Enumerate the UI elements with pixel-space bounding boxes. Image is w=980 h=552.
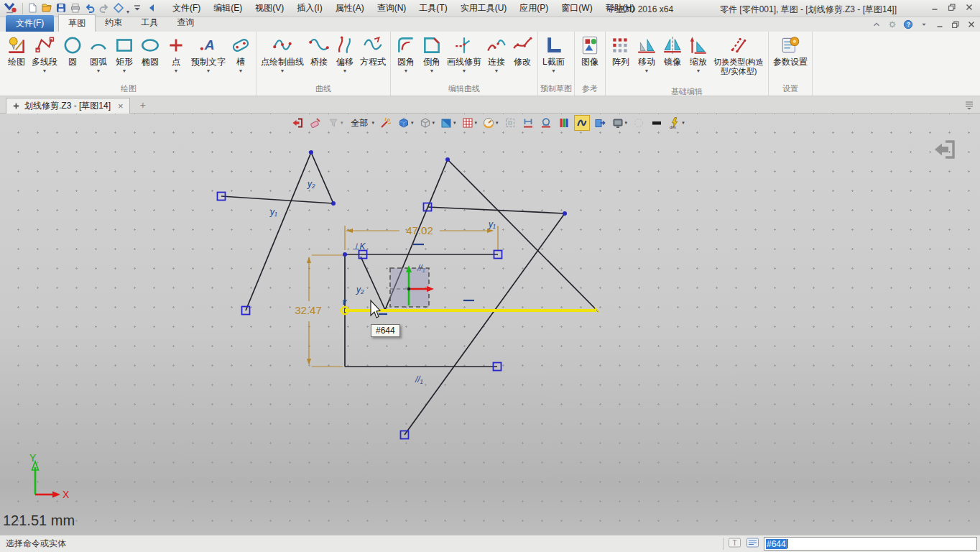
slot-dropdown-icon[interactable]: ▼ xyxy=(239,68,244,75)
move-button[interactable]: 移动▼ xyxy=(634,33,660,86)
scale-dropdown-icon[interactable]: ▼ xyxy=(696,68,701,75)
exit-sketch-icon[interactable] xyxy=(931,137,957,162)
arc-button[interactable]: 圆弧▼ xyxy=(85,33,111,83)
open-file-icon[interactable] xyxy=(40,1,54,15)
pattern-button[interactable]: 阵列 xyxy=(608,33,634,86)
new-tab-button[interactable]: + xyxy=(140,99,146,111)
menu-tools[interactable]: 工具(T) xyxy=(412,0,453,17)
save-file-icon[interactable] xyxy=(54,1,68,15)
doc-restore-button[interactable] xyxy=(950,19,961,30)
ready-text-button[interactable]: A预制文字▼ xyxy=(189,33,228,83)
arc-dropdown-icon[interactable]: ▼ xyxy=(96,68,101,75)
close-tab-icon[interactable]: × xyxy=(115,101,124,111)
tab-sketch[interactable]: 草图 xyxy=(58,14,96,32)
endpoint-dot-marker[interactable] xyxy=(563,211,567,216)
help-dropdown-icon[interactable] xyxy=(918,19,930,30)
customize-toolbar-icon[interactable] xyxy=(130,1,144,15)
trim-by-line-dropdown-icon[interactable]: ▼ xyxy=(462,68,467,75)
modify-button[interactable]: 修改 xyxy=(509,33,535,83)
tab-list-icon[interactable] xyxy=(964,100,974,112)
endpoint-dot-marker[interactable] xyxy=(309,150,313,155)
help-icon[interactable]: ? xyxy=(902,19,914,30)
dimension-value[interactable]: 32.47 xyxy=(295,304,322,316)
sketch-line[interactable] xyxy=(361,257,385,310)
tab-inquire[interactable]: 查询 xyxy=(167,14,203,32)
minimize-button[interactable] xyxy=(930,2,941,14)
endpoint-dot-marker[interactable] xyxy=(331,201,336,206)
sketch-canvas[interactable]: ▾全部▾▾▾▾▾▾▾dim▾ 47.0232.47⊥Ky₂y₁y₂y₁//₁//… xyxy=(0,114,980,535)
l-section-dropdown-icon[interactable]: ▼ xyxy=(551,68,556,75)
chamfer-dropdown-icon[interactable]: ▼ xyxy=(430,68,435,75)
ellipse-button[interactable]: 椭圆 xyxy=(137,33,163,83)
toggle-type-button[interactable]: 切换类型(构造型/实体型) xyxy=(711,33,766,86)
rectangle-button[interactable]: 矩形▼ xyxy=(111,33,137,83)
connect-button[interactable]: 连接▼ xyxy=(484,33,509,83)
text-input-toggle-icon[interactable]: T xyxy=(728,537,741,551)
sketch-line[interactable] xyxy=(221,196,333,203)
redo-icon[interactable] xyxy=(97,1,111,15)
endpoint-dot-marker[interactable] xyxy=(343,252,347,257)
tab-file[interactable]: 文件(F) xyxy=(6,15,54,32)
offset-button[interactable]: 偏移▼ xyxy=(332,33,358,83)
menu-edit[interactable]: 编辑(E) xyxy=(207,0,249,17)
point-curve-button[interactable]: 点绘制曲线▼ xyxy=(259,33,306,83)
sketch-geometry: 47.0232.47⊥Ky₂y₁y₂y₁//₁//₁∨ xyxy=(0,114,980,535)
document-tab[interactable]: 划线修剪.Z3 - [草图14] × xyxy=(6,98,130,114)
trim-by-line-button[interactable]: 画线修剪▼ xyxy=(445,33,484,83)
fillet-button[interactable]: 圆角▼ xyxy=(393,33,419,83)
equation-button[interactable]: 方程式 xyxy=(358,33,388,83)
entity-tooltip: #644 xyxy=(371,324,400,337)
fillet-dropdown-icon[interactable]: ▼ xyxy=(404,68,409,75)
circle-button[interactable]: 圆 xyxy=(60,33,85,83)
collapse-ribbon-icon[interactable] xyxy=(871,19,882,30)
tab-tools[interactable]: 工具 xyxy=(131,14,167,32)
menu-utilities[interactable]: 实用工具(U) xyxy=(454,0,514,17)
chamfer-button[interactable]: 倒角▼ xyxy=(419,33,445,83)
sketch-line[interactable] xyxy=(405,213,565,435)
menu-insert[interactable]: 插入(I) xyxy=(290,0,328,17)
doc-close-button[interactable] xyxy=(966,19,977,30)
menu-applications[interactable]: 应用(P) xyxy=(513,0,555,17)
menu-attributes[interactable]: 属性(A) xyxy=(329,0,371,17)
point-button[interactable]: 点▼ xyxy=(163,33,189,83)
view-diamond-icon[interactable] xyxy=(111,1,126,15)
bridge-button[interactable]: 桥接 xyxy=(306,33,332,83)
mouse-cursor xyxy=(371,300,380,318)
menu-inquire[interactable]: 查询(N) xyxy=(371,0,413,17)
parameter-settings-button[interactable]: 参数设置 xyxy=(771,33,810,83)
image-button[interactable]: 图像 xyxy=(577,33,603,83)
sketch-line[interactable] xyxy=(448,160,598,312)
connect-dropdown-icon[interactable]: ▼ xyxy=(494,68,499,75)
move-dropdown-icon[interactable]: ▼ xyxy=(644,68,650,75)
sketch-line[interactable] xyxy=(246,152,311,310)
sketch-line[interactable] xyxy=(311,152,333,203)
menu-window[interactable]: 窗口(W) xyxy=(555,0,598,17)
close-button[interactable] xyxy=(964,2,976,14)
offset-dropdown-icon[interactable]: ▼ xyxy=(343,68,348,75)
point-dropdown-icon[interactable]: ▼ xyxy=(174,68,179,75)
print-icon[interactable] xyxy=(68,1,83,15)
input-options-icon[interactable] xyxy=(746,537,759,551)
scale-button[interactable]: 缩放▼ xyxy=(685,33,711,86)
restore-button[interactable] xyxy=(947,2,958,14)
ready-text-dropdown-icon[interactable]: ▼ xyxy=(206,68,211,75)
polyline-button[interactable]: 多线段▼ xyxy=(29,33,60,83)
slot-button[interactable]: 槽▼ xyxy=(228,33,254,83)
command-input[interactable]: #644 xyxy=(764,537,977,551)
draw-button[interactable]: 绘图 xyxy=(4,33,29,83)
collapse-toolbar-icon[interactable] xyxy=(144,1,159,15)
polyline-dropdown-icon[interactable]: ▼ xyxy=(42,68,47,75)
scale-icon xyxy=(688,34,709,57)
rectangle-dropdown-icon[interactable]: ▼ xyxy=(122,68,127,75)
gear-icon[interactable] xyxy=(887,19,898,30)
connect-label: 连接 xyxy=(488,58,505,67)
tab-constraint[interactable]: 约束 xyxy=(96,14,131,32)
endpoint-dot-marker[interactable] xyxy=(445,157,450,162)
mirror-button[interactable]: 镜像 xyxy=(660,33,685,86)
new-document-icon[interactable] xyxy=(25,1,40,15)
menu-view[interactable]: 视图(V) xyxy=(249,0,290,17)
l-section-button[interactable]: L截面▼ xyxy=(540,33,567,83)
undo-icon[interactable] xyxy=(83,1,97,15)
point-curve-dropdown-icon[interactable]: ▼ xyxy=(280,68,285,75)
doc-minimize-button[interactable] xyxy=(934,19,946,30)
